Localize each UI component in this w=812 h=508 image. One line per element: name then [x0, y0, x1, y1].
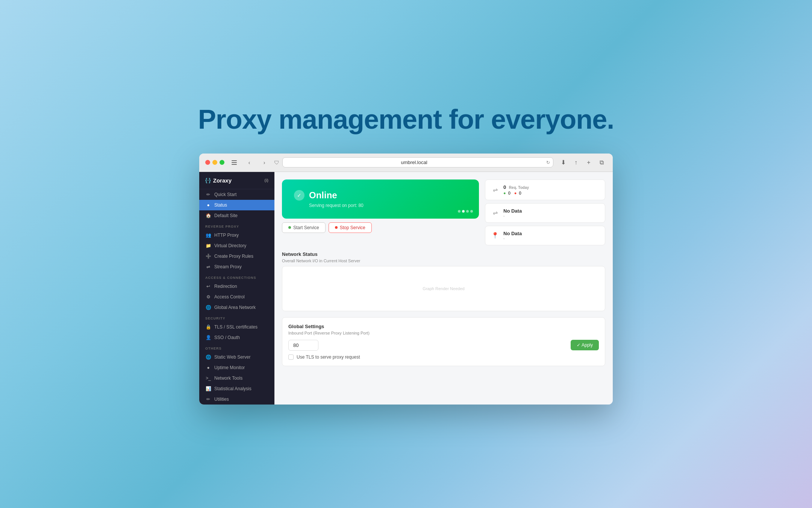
network-status-subtitle: Overall Network I/O in Current Host Serv… — [282, 259, 605, 263]
new-tab-icon[interactable]: + — [583, 157, 594, 168]
status-header: ✓ Online — [294, 190, 467, 201]
section-others: OTHERS — [199, 343, 274, 352]
stat-card-requests: ⇌ 0 Req. Today ● 0 ● 0 — [485, 179, 605, 200]
sidebar-logo: {·} Zoraxy (i) — [199, 172, 274, 189]
virtual-directory-icon: 📁 — [205, 243, 211, 248]
app-version-icon: (i) — [265, 178, 268, 183]
sidebar-item-virtual-directory[interactable]: 📁 Virtual Directory — [199, 240, 274, 251]
network-status-title: Network Status — [282, 251, 605, 257]
utilities-icon: ✏ — [205, 397, 211, 402]
req-today-label: Req. Today — [509, 186, 529, 190]
sidebar-item-global-area-network[interactable]: 🌐 Global Area Network — [199, 302, 274, 313]
sidebar-item-redirection[interactable]: ↩ Redirection — [199, 281, 274, 292]
network-chart: Graph Render Needed — [282, 266, 605, 311]
status-dots — [458, 210, 473, 213]
start-service-label: Start Service — [293, 225, 319, 230]
forward-button[interactable]: › — [259, 157, 270, 168]
req-today-value: 0 Req. Today — [503, 184, 599, 190]
sidebar-item-default-site[interactable]: 🏠 Default Site — [199, 210, 274, 221]
statistical-analysis-label: Statistical Analysis — [214, 386, 251, 391]
reload-icon[interactable]: ↻ — [546, 160, 550, 165]
browser-actions: ⬇ ↑ + ⧉ — [558, 157, 607, 168]
sidebar-item-statistical-analysis[interactable]: 📊 Statistical Analysis — [199, 383, 274, 394]
sidebar-item-static-web-server[interactable]: 🌐 Static Web Server — [199, 352, 274, 362]
stop-service-label: Stop Service — [340, 225, 365, 230]
tls-ssl-icon: 🔒 — [205, 324, 211, 330]
port-input-row: ✓ Apply — [288, 340, 599, 351]
section-access-connections: ACCESS & CONNECTIONS — [199, 272, 274, 281]
err-count: 0 — [519, 191, 521, 195]
stream-proxy-icon: ⇌ — [205, 264, 211, 269]
url-text: umbrel.local — [287, 160, 541, 165]
virtual-directory-label: Virtual Directory — [214, 243, 246, 248]
no-data-1-label: - — [503, 214, 599, 218]
address-bar[interactable]: umbrel.local ↻ — [282, 157, 553, 167]
app-layout: {·} Zoraxy (i) ✏ Quick Start ● Status 🏠 … — [199, 172, 613, 405]
sidebar-item-utilities[interactable]: ✏ Utilities — [199, 394, 274, 405]
status-subtitle: Serving request on port: 80 — [309, 203, 467, 208]
status-dot-1 — [458, 210, 461, 213]
utilities-label: Utilities — [214, 397, 229, 402]
sidebar-item-tls-ssl[interactable]: 🔒 TLS / SSL certificates — [199, 322, 274, 332]
browser-toolbar: ‹ › 🛡 umbrel.local ↻ ⬇ ↑ + ⧉ — [199, 154, 613, 172]
svg-rect-2 — [232, 164, 237, 165]
location-icon: 📍 — [491, 232, 499, 239]
req-indicators: ● 0 ● 0 — [503, 191, 599, 195]
top-row: ✓ Online Serving request on port: 80 — [282, 179, 605, 245]
default-site-label: Default Site — [214, 213, 238, 218]
close-button[interactable] — [205, 160, 210, 165]
status-dot-4 — [470, 210, 473, 213]
port-label: Inbound Port (Reverse Proxy Listening Po… — [288, 331, 599, 335]
port-input[interactable] — [288, 340, 318, 351]
static-web-server-label: Static Web Server — [214, 354, 250, 360]
status-label: Status — [214, 202, 227, 208]
sidebar-item-http-proxy[interactable]: 👥 HTTP Proxy — [199, 230, 274, 240]
uptime-monitor-icon: ● — [205, 365, 211, 370]
status-title: Online — [309, 190, 337, 201]
start-dot — [288, 226, 291, 229]
sidebar-toggle-icon[interactable] — [229, 157, 239, 168]
status-dot-2 — [462, 210, 465, 213]
minimize-button[interactable] — [212, 160, 217, 165]
network-tools-icon: >_ — [205, 376, 211, 381]
tabs-icon[interactable]: ⧉ — [596, 157, 607, 168]
sidebar-item-sso-oauth[interactable]: 👤 SSO / Oauth — [199, 332, 274, 343]
quick-start-icon: ✏ — [205, 192, 211, 197]
sidebar-item-network-tools[interactable]: >_ Network Tools — [199, 373, 274, 383]
maximize-button[interactable] — [220, 160, 224, 165]
apply-label: ✓ Apply — [577, 342, 593, 348]
logo-icon: {·} — [205, 177, 211, 183]
sidebar-item-create-proxy-rules[interactable]: ➕ Create Proxy Rules — [199, 251, 274, 262]
http-proxy-icon: 👥 — [205, 233, 211, 238]
section-reverse-proxy: REVERSE PROXY — [199, 221, 274, 230]
download-icon[interactable]: ⬇ — [558, 157, 568, 168]
share-icon[interactable]: ↑ — [571, 157, 581, 168]
sidebar-item-uptime-monitor[interactable]: ● Uptime Monitor — [199, 362, 274, 373]
err-indicator: ● — [514, 191, 517, 195]
sidebar-item-status[interactable]: ● Status — [199, 200, 274, 210]
sidebar: {·} Zoraxy (i) ✏ Quick Start ● Status 🏠 … — [199, 172, 274, 405]
service-buttons: Start Service Stop Service — [282, 222, 479, 233]
hero-title: Proxy management for everyone. — [198, 104, 614, 135]
status-section: ✓ Online Serving request on port: 80 — [282, 179, 479, 245]
stop-service-button[interactable]: Stop Service — [329, 222, 372, 233]
global-area-network-icon: 🌐 — [205, 305, 211, 310]
sidebar-item-stream-proxy[interactable]: ⇌ Stream Proxy — [199, 262, 274, 272]
stats-section: ⇌ 0 Req. Today ● 0 ● 0 — [485, 179, 605, 245]
status-icon: ● — [205, 202, 211, 208]
http-proxy-label: HTTP Proxy — [214, 233, 239, 238]
redirection-label: Redirection — [214, 284, 237, 289]
start-service-button[interactable]: Start Service — [282, 222, 326, 233]
tls-checkbox[interactable] — [288, 354, 294, 360]
status-card: ✓ Online Serving request on port: 80 — [282, 179, 479, 219]
sidebar-item-access-control[interactable]: ⚙ Access Control — [199, 292, 274, 302]
access-control-icon: ⚙ — [205, 294, 211, 300]
requests-icon: ⇌ — [491, 186, 499, 193]
section-security: SECURITY — [199, 313, 274, 322]
tls-checkbox-row: Use TLS to serve proxy request — [288, 354, 599, 360]
back-button[interactable]: ‹ — [244, 157, 255, 168]
stop-dot — [335, 226, 338, 229]
apply-button[interactable]: ✓ Apply — [571, 340, 599, 350]
sidebar-item-quick-start[interactable]: ✏ Quick Start — [199, 189, 274, 200]
uptime-monitor-label: Uptime Monitor — [214, 365, 245, 370]
